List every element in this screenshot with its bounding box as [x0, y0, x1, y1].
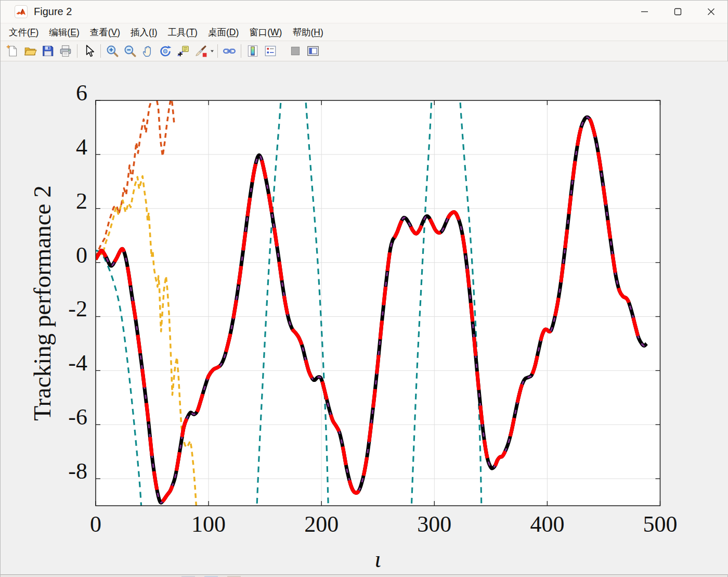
- open-file-icon: [23, 44, 37, 58]
- y-tick-label: -8: [68, 458, 87, 484]
- show-plot-tools-icon: [306, 44, 320, 58]
- window-controls: [628, 1, 727, 23]
- x-tick-label: 500: [643, 511, 678, 537]
- link-plots-button[interactable]: [220, 43, 238, 59]
- toolbar-separator: [217, 44, 218, 58]
- open-file-button[interactable]: [21, 43, 39, 59]
- rotate-3d-icon: [159, 44, 172, 58]
- menu-file[interactable]: 文件(F): [4, 24, 44, 41]
- toolbar-separator: [241, 44, 241, 58]
- toolbar-separator: [77, 44, 77, 58]
- toolbar-separator: [100, 44, 101, 58]
- maximize-button[interactable]: [661, 1, 694, 23]
- menu-bar: 文件(F) 编辑(E) 查看(V) 插入(I) 工具(T) 桌面(D) 窗口(W…: [1, 23, 727, 41]
- y-tick-label: -6: [68, 404, 87, 430]
- menu-help[interactable]: 帮助(H): [287, 24, 328, 41]
- minimize-icon: [641, 8, 648, 16]
- dropdown-caret-icon: [210, 45, 215, 57]
- menu-insert[interactable]: 插入(I): [125, 24, 163, 41]
- x-tick-label: 400: [530, 511, 564, 537]
- x-axis-label: ι: [374, 546, 381, 572]
- brush-button[interactable]: [192, 43, 210, 59]
- zoom-out-icon: [123, 44, 137, 58]
- data-cursor-icon: [176, 44, 190, 58]
- rotate-3d-button[interactable]: [157, 43, 174, 59]
- toolbar: [1, 41, 727, 61]
- x-tick-label: 300: [417, 511, 451, 537]
- insert-legend-icon: [264, 44, 277, 58]
- y-axis-label: Tracking performance 2: [29, 185, 56, 420]
- insert-colorbar-icon: [246, 44, 259, 58]
- zoom-out-button[interactable]: [121, 43, 139, 59]
- y-tick-label: -4: [68, 350, 87, 376]
- save-figure-button[interactable]: [39, 43, 57, 59]
- figure-area: 0100200300400500-8-6-4-20246Tracking per…: [1, 61, 728, 574]
- y-tick-label: 2: [76, 188, 87, 214]
- y-tick-label: 4: [76, 134, 87, 160]
- title-bar: Figure 2: [1, 1, 727, 23]
- link-plots-icon: [223, 44, 236, 58]
- window-title: Figure 2: [34, 6, 72, 18]
- new-figure-button[interactable]: [4, 43, 21, 59]
- zoom-in-icon: [106, 44, 119, 58]
- maximize-icon: [674, 8, 682, 16]
- figure-canvas: 0100200300400500-8-6-4-20246Tracking per…: [1, 61, 728, 574]
- zoom-in-button[interactable]: [103, 43, 121, 59]
- print-figure-icon: [59, 44, 72, 58]
- show-plot-tools-button[interactable]: [304, 43, 322, 59]
- brush-icon: [194, 44, 207, 58]
- close-button[interactable]: [694, 1, 727, 23]
- insert-colorbar-button[interactable]: [244, 43, 262, 59]
- menu-tools[interactable]: 工具(T): [163, 24, 203, 41]
- x-tick-label: 100: [191, 511, 226, 537]
- pan-icon: [141, 44, 154, 58]
- new-figure-icon: [6, 44, 19, 58]
- pan-button[interactable]: [139, 43, 157, 59]
- insert-legend-button[interactable]: [262, 43, 279, 59]
- hide-plot-tools-icon: [289, 44, 302, 58]
- y-tick-label: -2: [68, 296, 87, 322]
- y-tick-label: 0: [76, 242, 87, 268]
- x-tick-label: 0: [90, 511, 101, 537]
- print-figure-button[interactable]: [57, 43, 74, 59]
- brush-dropdown-caret[interactable]: [210, 43, 215, 59]
- hide-plot-tools-button[interactable]: [287, 43, 304, 59]
- figure-window: Figure 2 文件(F) 编辑(E) 查看(V) 插入(I) 工具(T) 桌…: [0, 0, 728, 577]
- pointer-button[interactable]: [80, 43, 98, 59]
- menu-edit[interactable]: 编辑(E): [44, 24, 84, 41]
- data-cursor-button[interactable]: [174, 43, 192, 59]
- pointer-icon: [82, 44, 96, 58]
- menu-window[interactable]: 窗口(W): [244, 24, 287, 41]
- taskbar-strip: [1, 574, 727, 577]
- matlab-logo-icon: [15, 5, 28, 18]
- minimize-button[interactable]: [628, 1, 661, 23]
- save-figure-icon: [41, 44, 55, 58]
- close-icon: [707, 8, 715, 16]
- menu-desktop[interactable]: 桌面(D): [203, 24, 244, 41]
- menu-view[interactable]: 查看(V): [85, 24, 125, 41]
- x-tick-label: 200: [304, 511, 339, 537]
- y-tick-label: 6: [76, 80, 87, 106]
